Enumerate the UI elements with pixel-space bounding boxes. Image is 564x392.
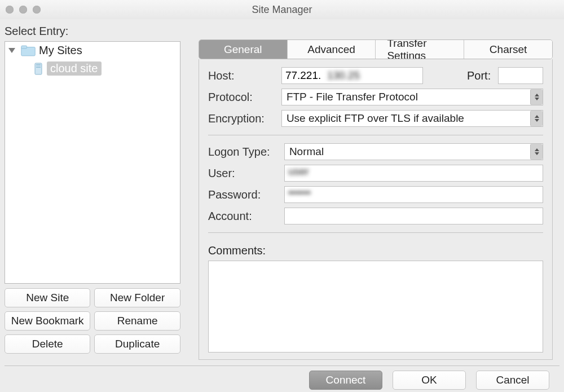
dialog-footer: Connect OK Cancel: [5, 371, 559, 392]
tree-root-my-sites[interactable]: My Sites: [5, 42, 180, 59]
svg-rect-1: [21, 46, 27, 49]
logon-type-value: Normal: [289, 146, 324, 158]
chevron-down-icon[interactable]: [8, 48, 15, 53]
window-title: Site Manager: [0, 4, 564, 16]
zoom-window-icon[interactable]: [33, 6, 41, 14]
updown-arrows-icon: [530, 111, 543, 126]
encryption-value: Use explicit FTP over TLS if available: [287, 112, 464, 125]
folder-icon: [21, 45, 36, 57]
select-entry-label: Select Entry:: [5, 25, 180, 38]
tab-general[interactable]: General: [199, 40, 288, 59]
user-label: User:: [208, 167, 284, 180]
password-input[interactable]: ••••••: [284, 186, 543, 203]
svg-rect-3: [36, 64, 41, 65]
encryption-label: Encryption:: [208, 112, 281, 125]
separator: [208, 135, 543, 135]
tree-root-label: My Sites: [39, 44, 82, 57]
comments-label: Comments:: [208, 244, 543, 257]
new-site-button[interactable]: New Site: [5, 288, 90, 307]
tab-bar: General Advanced Transfer Settings Chars…: [199, 39, 553, 59]
svg-rect-4: [36, 67, 41, 68]
titlebar: Site Manager: [0, 0, 564, 19]
port-label: Port:: [467, 69, 498, 82]
footer-separator: [5, 365, 559, 366]
port-input[interactable]: [498, 67, 543, 84]
comments-input[interactable]: [208, 261, 543, 353]
user-input[interactable]: user: [284, 165, 543, 182]
duplicate-button[interactable]: Duplicate: [94, 334, 180, 354]
site-tree[interactable]: My Sites cloud site: [5, 41, 180, 284]
protocol-label: Protocol:: [208, 91, 281, 104]
logon-type-label: Logon Type:: [208, 146, 284, 158]
window-controls: [6, 6, 41, 14]
tree-item-cloud-site[interactable]: cloud site: [5, 59, 180, 78]
updown-arrows-icon: [530, 89, 543, 105]
password-value: ••••••: [288, 187, 311, 199]
new-folder-button[interactable]: New Folder: [94, 288, 180, 307]
host-input[interactable]: [281, 67, 423, 84]
protocol-value: FTP - File Transfer Protocol: [287, 91, 418, 103]
connect-button[interactable]: Connect: [309, 371, 382, 390]
ok-button[interactable]: OK: [393, 371, 466, 390]
logon-type-select[interactable]: Normal: [284, 143, 543, 160]
close-window-icon[interactable]: [6, 6, 14, 14]
tree-item-label: cloud site: [47, 61, 102, 76]
separator: [208, 232, 543, 233]
tab-transfer-settings[interactable]: Transfer Settings: [376, 40, 464, 59]
tab-charset[interactable]: Charset: [464, 40, 552, 59]
cancel-button[interactable]: Cancel: [476, 371, 549, 390]
updown-arrows-icon: [530, 144, 543, 160]
protocol-select[interactable]: FTP - File Transfer Protocol: [281, 89, 543, 105]
new-bookmark-button[interactable]: New Bookmark: [5, 311, 90, 331]
server-icon: [33, 63, 43, 75]
account-label: Account:: [208, 210, 284, 223]
tab-advanced[interactable]: Advanced: [288, 40, 376, 59]
general-panel: Host: 130.25 Port: Protocol: FTP - File …: [199, 59, 553, 360]
minimize-window-icon[interactable]: [19, 6, 27, 14]
password-label: Password:: [208, 188, 284, 201]
account-input[interactable]: [284, 208, 543, 224]
rename-button[interactable]: Rename: [94, 311, 180, 331]
user-value: user: [288, 165, 309, 177]
encryption-select[interactable]: Use explicit FTP over TLS if available: [281, 110, 543, 127]
delete-button[interactable]: Delete: [5, 334, 90, 354]
host-label: Host:: [208, 69, 281, 82]
